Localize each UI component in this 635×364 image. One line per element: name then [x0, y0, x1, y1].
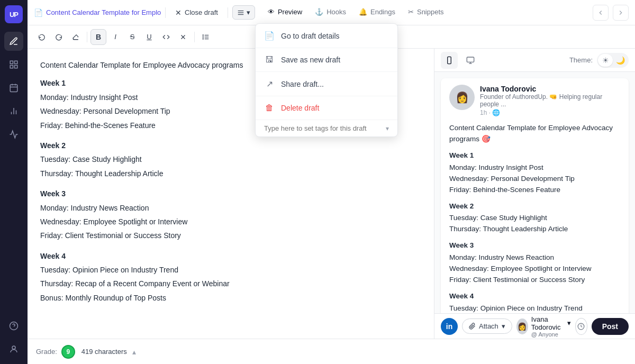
poster-details: Ivana Todorovic ▾ @ Anyone: [531, 315, 571, 338]
svg-point-24: [203, 37, 203, 37]
dropdown-share-draft[interactable]: ↗ Share draft...: [256, 72, 397, 96]
sidebar-item-help[interactable]: [4, 316, 23, 335]
sidebar-item-profile[interactable]: [4, 340, 23, 359]
sidebar-item-analytics[interactable]: [4, 102, 23, 121]
preview-week-1-day-1: Monday: Industry Insight Post: [449, 162, 620, 174]
erase-button[interactable]: [68, 29, 84, 45]
mobile-view-button[interactable]: [441, 52, 458, 69]
nav-divider-2: [228, 7, 228, 18]
preview-week-4-day-1: Tuesday: Opinion Piece on Industry Trend: [449, 303, 620, 313]
preview-user-title: Founder of AuthoredUp. 🤜 Helping regular…: [480, 93, 620, 108]
poster-chevron-icon: ▾: [567, 319, 571, 327]
italic-icon: I: [114, 33, 116, 41]
preview-icon: 👁: [268, 8, 275, 16]
preview-week-3-day-3: Friday: Client Testimonial or Success St…: [449, 275, 620, 286]
linkedin-preview-card: 👩 Ivana Todorovic Founder of AuthoredUp.…: [441, 78, 629, 313]
strikethrough-icon: S: [130, 33, 135, 41]
theme-toggle: ☀ 🌙: [597, 53, 629, 68]
tab-hooks[interactable]: ⚓ Hooks: [309, 1, 352, 24]
save-icon: 🖫: [264, 55, 275, 65]
sidebar-item-stats2[interactable]: [4, 125, 23, 144]
strikethrough-button[interactable]: S: [124, 29, 140, 45]
doc-icon: 📄: [34, 8, 43, 17]
tab-preview[interactable]: 👁 Preview: [261, 1, 309, 24]
light-theme-button[interactable]: ☀: [598, 54, 613, 67]
bold-button[interactable]: B: [90, 29, 106, 45]
preview-user-name: Ivana Todorovic: [480, 85, 620, 93]
hamburger-icon: [237, 9, 244, 16]
preview-post-title: Content Calendar Template for Employee A…: [449, 123, 620, 145]
dropdown-goto-details[interactable]: 📄 Go to draft details: [256, 24, 397, 48]
preview-toolbar: Theme: ☀ 🌙: [434, 49, 635, 72]
svg-rect-16: [238, 14, 244, 14]
hooks-icon: ⚓: [315, 8, 323, 16]
poster-info: 👩 Ivana Todorovic ▾ @ Anyone: [516, 315, 571, 338]
preview-week-1-day-3: Friday: Behind-the-Scenes Feature: [449, 185, 620, 196]
redo-button[interactable]: [51, 29, 67, 45]
poster-name: Ivana Todorovic ▾: [531, 315, 571, 331]
clock-icon: [577, 323, 585, 330]
svg-rect-14: [238, 10, 244, 11]
linkedin-logo: in: [441, 318, 458, 335]
tab-snippets[interactable]: ✂ Snippets: [402, 1, 450, 24]
italic-button[interactable]: I: [107, 29, 123, 45]
more-options-button[interactable]: ▾: [232, 5, 255, 20]
preview-week-3-title: Week 3: [449, 240, 620, 251]
svg-rect-2: [10, 66, 13, 68]
underline-button[interactable]: U: [141, 29, 157, 45]
attach-icon: [469, 323, 476, 330]
clear-format-button[interactable]: [175, 29, 191, 45]
week-4-header: Week 4: [40, 250, 421, 262]
svg-rect-4: [10, 85, 17, 92]
code-button[interactable]: [158, 29, 174, 45]
svg-point-25: [203, 38, 203, 39]
attach-button[interactable]: Attach ▾: [462, 319, 512, 334]
dropdown-save-draft[interactable]: 🖫 Save as new draft: [256, 48, 397, 71]
dark-theme-button[interactable]: 🌙: [613, 54, 628, 67]
theme-label: Theme:: [569, 56, 593, 64]
dropdown-menu: 📄 Go to draft details 🖫 Save as new draf…: [255, 23, 398, 137]
week-3-day-3: Friday: Client Testimonial or Success St…: [40, 230, 421, 241]
sidebar-item-calendar[interactable]: [4, 78, 23, 97]
desktop-view-button[interactable]: [462, 52, 479, 69]
svg-rect-1: [15, 61, 17, 63]
preview-week-2-day-2: Thursday: Thought Leadership Article: [449, 224, 620, 235]
tag-input[interactable]: [264, 124, 382, 132]
schedule-button[interactable]: [575, 318, 587, 335]
grade-badge: 9: [61, 345, 75, 359]
sidebar-item-edit[interactable]: [4, 32, 23, 51]
doc-title-text: Content Calendar Template for Employee A…: [46, 8, 161, 16]
underline-icon: U: [147, 33, 151, 41]
week-4-day-2: Thursday: Recap of a Recent Company Even…: [40, 278, 421, 289]
nav-forward-button[interactable]: [613, 5, 629, 21]
svg-point-23: [203, 34, 203, 35]
week-3-day-2: Wednesday: Employee Spotlight or Intervi…: [40, 216, 421, 228]
list-button[interactable]: [198, 29, 214, 45]
sidebar-item-dashboard[interactable]: [4, 55, 23, 74]
char-count: 419 characters: [81, 348, 127, 356]
dropdown-delete-draft[interactable]: 🗑 Delete draft: [256, 96, 397, 120]
nav-back-button[interactable]: [593, 5, 609, 21]
theme-section: Theme: ☀ 🌙: [569, 53, 629, 68]
tab-endings[interactable]: 🔔 Endings: [352, 1, 402, 24]
undo-button[interactable]: [34, 29, 50, 45]
preview-avatar: 👩: [449, 85, 475, 110]
doc-title: 📄 Content Calendar Template for Employee…: [34, 8, 161, 17]
char-count-chevron-icon: ▴: [132, 348, 136, 356]
preview-week-2-title: Week 2: [449, 201, 620, 212]
preview-week-2-day-1: Tuesday: Case Study Highlight: [449, 213, 620, 224]
grade-label: Grade:: [36, 348, 57, 356]
main-content: 📄 Content Calendar Template for Employee…: [28, 0, 635, 364]
nav-divider-1: [165, 7, 166, 18]
week-4-day-3: Bonus: Monthly Roundup of Top Posts: [40, 292, 421, 304]
app-logo[interactable]: up: [5, 5, 23, 23]
preview-week-1-day-2: Wednesday: Personal Development Tip: [449, 174, 620, 185]
close-draft-button[interactable]: ✕ Close draft: [170, 5, 223, 20]
post-button[interactable]: Post: [592, 318, 629, 335]
toolbar-sep-1: [87, 32, 87, 42]
attach-chevron-icon: ▾: [502, 322, 505, 330]
svg-rect-3: [15, 66, 17, 68]
endings-icon: 🔔: [359, 8, 367, 16]
nav-right: [593, 5, 629, 21]
snippets-icon: ✂: [408, 8, 414, 16]
